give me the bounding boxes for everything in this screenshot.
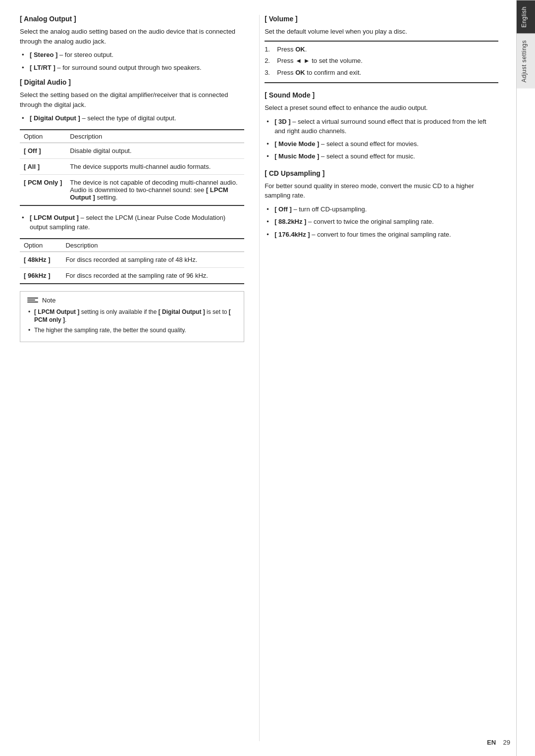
section-cd-upsampling: [ CD Upsampling ] For better sound quali…	[265, 169, 498, 240]
section-digital-audio: [ Digital Audio ] Select the setting bas…	[20, 78, 244, 284]
cd-upsampling-desc: For better sound quality in stereo mode,…	[265, 181, 498, 201]
stereo-label: [ Stereo ]	[30, 51, 57, 58]
lpcm-bullet-list: [ LPCM Output ] – select the LPCM (Linea…	[20, 213, 244, 232]
step-2-text: Press ◄ ► to set the volume.	[273, 57, 363, 64]
lt-rt-text: – for surround sound output through two …	[55, 64, 202, 71]
table-row: [ Off ] Disable digital output.	[20, 143, 244, 158]
digital-output-item: [ Digital Output ] – select the type of …	[20, 113, 244, 123]
volume-divider-bottom	[265, 82, 498, 83]
main-content: [ Analog Output ] Select the analog audi…	[0, 0, 516, 756]
88khz-label: [ 88.2kHz ]	[274, 218, 306, 225]
sound-mode-title: [ Sound Mode ]	[265, 91, 498, 99]
lt-rt-item: [ LT/RT ] – for surround sound output th…	[20, 63, 244, 73]
col-option-1: Option	[20, 130, 66, 143]
88khz-text: – convert to twice the original sampling…	[306, 218, 433, 225]
3d-item: [ 3D ] – select a virtual surround sound…	[265, 117, 498, 136]
3d-text: – select a virtual surround sound effect…	[274, 118, 486, 135]
176khz-label: [ 176.4kHz ]	[274, 231, 310, 238]
off-label: [ Off ]	[274, 205, 292, 213]
section-sound-mode: [ Sound Mode ] Select a preset sound eff…	[265, 91, 498, 161]
option-96khz: [ 96kHz ]	[20, 267, 61, 284]
sound-mode-desc: Select a preset sound effect to enhance …	[265, 103, 498, 113]
stereo-text: – for stereo output.	[57, 51, 113, 58]
digital-audio-desc: Select the setting based on the digital …	[20, 90, 244, 109]
movie-mode-label: [ Movie Mode ]	[274, 140, 319, 148]
step-3-num: 3.	[265, 68, 270, 78]
lpcm-output-table: Option Description [ 48kHz ] For discs r…	[20, 238, 244, 284]
volume-desc: Set the default volume level when you pl…	[265, 27, 498, 37]
music-mode-text: – select a sound effect for music.	[319, 152, 415, 160]
lpcm-output-label: [ LPCM Output ]	[30, 214, 79, 221]
desc-pcm-only: The device is not capable of decoding mu…	[66, 174, 244, 205]
movie-mode-item: [ Movie Mode ] – select a sound effect f…	[265, 139, 498, 149]
lt-rt-label: [ LT/RT ]	[30, 64, 55, 71]
digital-output-text: – select the type of digital output.	[80, 114, 176, 122]
step-2-num: 2.	[265, 56, 270, 66]
cd-upsampling-title: [ CD Upsampling ]	[265, 169, 498, 177]
step-3-text: Press OK to confirm and exit.	[273, 69, 361, 76]
left-column: [ Analog Output ] Select the analog audi…	[20, 15, 259, 741]
option-all: [ All ]	[20, 158, 66, 174]
page-num: 29	[503, 739, 510, 746]
note-box: Note [ LPCM Output ] setting is only ava…	[20, 291, 244, 342]
88khz-item: [ 88.2kHz ] – convert to twice the origi…	[265, 217, 498, 227]
analog-output-title: [ Analog Output ]	[20, 15, 244, 23]
col-description-1: Description	[66, 130, 244, 143]
stereo-item: [ Stereo ] – for stereo output.	[20, 50, 244, 60]
side-tab-adjust-settings: Adjust settings	[517, 34, 535, 89]
option-pcm-only: [ PCM Only ]	[20, 174, 66, 205]
176khz-item: [ 176.4kHz ] – convert to four times the…	[265, 230, 498, 240]
off-item: [ Off ] – turn off CD-upsampling.	[265, 204, 498, 214]
music-mode-label: [ Music Mode ]	[274, 152, 319, 160]
desc-off: Disable digital output.	[66, 143, 244, 158]
176khz-text: – convert to four times the original sam…	[310, 231, 451, 238]
desc-all: The device supports multi-channel audio …	[66, 158, 244, 174]
note-list: [ LPCM Output ] setting is only availabl…	[27, 308, 237, 335]
note-icon	[27, 298, 38, 302]
table-row: [ All ] The device supports multi-channe…	[20, 158, 244, 174]
table-row: [ 48kHz ] For discs recorded at sampling…	[20, 252, 244, 267]
step-2: 2. Press ◄ ► to set the volume.	[265, 56, 498, 66]
section-volume: [ Volume ] Set the default volume level …	[265, 15, 498, 83]
note-label: Note	[42, 297, 55, 304]
digital-audio-title: [ Digital Audio ]	[20, 78, 244, 86]
desc-48khz: For discs recorded at sampling rate of 4…	[61, 252, 244, 267]
movie-mode-text: – select a sound effect for movies.	[319, 140, 419, 148]
step-1: 1. Press OK.	[265, 45, 498, 54]
side-tabs: English Adjust settings	[516, 0, 535, 756]
option-48khz: [ 48kHz ]	[20, 252, 61, 267]
digital-output-label: [ Digital Output ]	[30, 114, 80, 122]
analog-output-list: [ Stereo ] – for stereo output. [ LT/RT …	[20, 50, 244, 72]
lpcm-output-item: [ LPCM Output ] – select the LPCM (Linea…	[20, 213, 244, 232]
page-number: EN 29	[487, 739, 510, 746]
side-tab-english: English	[517, 0, 535, 34]
digital-output-bullet-list: [ Digital Output ] – select the type of …	[20, 113, 244, 123]
table-row: [ PCM Only ] The device is not capable o…	[20, 174, 244, 205]
en-label: EN	[487, 739, 496, 746]
note-item-1: [ LPCM Output ] setting is only availabl…	[27, 308, 237, 325]
step-1-num: 1.	[265, 45, 270, 54]
volume-divider-top	[265, 41, 498, 42]
col-option-2: Option	[20, 239, 61, 252]
right-column: [ Volume ] Set the default volume level …	[259, 15, 498, 741]
step-3: 3. Press OK to confirm and exit.	[265, 68, 498, 78]
digital-output-table: Option Description [ Off ] Disable digit…	[20, 129, 244, 206]
sound-mode-list: [ 3D ] – select a virtual surround sound…	[265, 117, 498, 161]
note-item-2: The higher the sampling rate, the better…	[27, 326, 237, 335]
cd-upsampling-list: [ Off ] – turn off CD-upsampling. [ 88.2…	[265, 204, 498, 240]
music-mode-item: [ Music Mode ] – select a sound effect f…	[265, 151, 498, 161]
analog-output-desc: Select the analog audio setting based on…	[20, 27, 244, 46]
note-header: Note	[27, 297, 237, 304]
step-1-text: Press OK.	[273, 46, 307, 53]
volume-steps: 1. Press OK. 2. Press ◄ ► to set the vol…	[265, 45, 498, 78]
desc-96khz: For discs recorded at the sampling rate …	[61, 267, 244, 284]
option-off: [ Off ]	[20, 143, 66, 158]
volume-title: [ Volume ]	[265, 15, 498, 23]
table-row: [ 96kHz ] For discs recorded at the samp…	[20, 267, 244, 284]
section-analog-output: [ Analog Output ] Select the analog audi…	[20, 15, 244, 72]
off-text: – turn off CD-upsampling.	[292, 205, 367, 213]
col-description-2: Description	[61, 239, 244, 252]
3d-label: [ 3D ]	[274, 118, 291, 125]
